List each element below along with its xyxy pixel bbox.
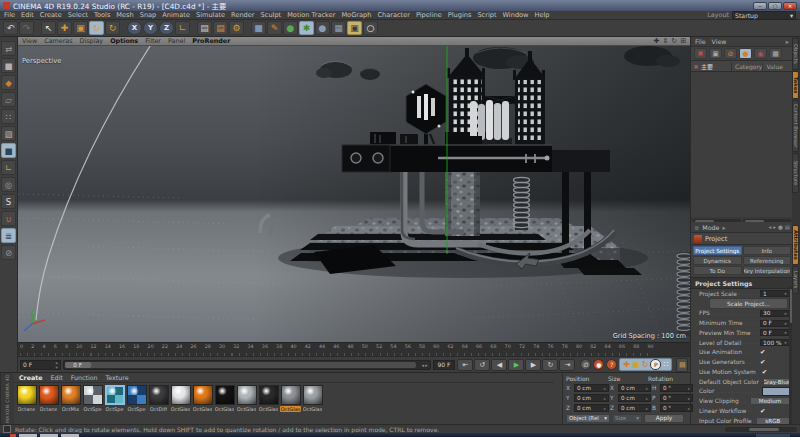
add-primitive-cube-icon[interactable]: ■ <box>251 21 266 35</box>
attr-tab-dynamics[interactable]: Dynamics <box>693 256 742 265</box>
material-menu-edit[interactable]: Edit <box>51 374 63 381</box>
panel-menu-more-icon[interactable]: ▸ <box>786 38 789 45</box>
spinner-icon[interactable]: ▸ <box>646 406 648 411</box>
viewport-canvas[interactable]: Perspective Grid Spacing : 100 cm <box>18 46 690 342</box>
side-tab-structure[interactable]: Structure <box>792 153 799 193</box>
lock-y-axis-icon[interactable]: Y <box>143 21 158 35</box>
play-backwards-button[interactable]: ↺ <box>474 359 490 371</box>
attr-tab-to-do[interactable]: To Do <box>693 266 742 275</box>
material-item[interactable]: OctGlas <box>236 385 257 412</box>
taskbar-window[interactable] <box>61 434 79 437</box>
material-menu-function[interactable]: Function <box>71 374 98 381</box>
viewport-menu-panel[interactable]: Panel <box>168 37 185 45</box>
viewport-menu-view[interactable]: View <box>22 37 37 45</box>
current-frame-field[interactable]: 0 F▴▾ <box>20 360 61 370</box>
menu-simulate[interactable]: Simulate <box>196 11 225 19</box>
add-spline-pen-icon[interactable]: ✎ <box>267 21 282 35</box>
menu-script[interactable]: Script <box>477 11 496 19</box>
material-menu-create[interactable]: Create <box>19 374 43 381</box>
attr-dropdown[interactable]: Gray-Blue <box>763 378 790 386</box>
keyframe-pla-toggle[interactable]: ∷ <box>663 361 668 369</box>
spinner-icon[interactable]: ▸ <box>785 330 787 335</box>
menu-character[interactable]: Character <box>377 11 410 19</box>
layout-select[interactable]: Startup▾ <box>732 11 796 20</box>
mode-menu[interactable]: Mode <box>702 224 719 231</box>
viewport-rotate-icon[interactable]: ↻ <box>671 37 677 45</box>
take-material-icon[interactable]: ● <box>739 48 752 59</box>
points-mode-icon[interactable]: ∷ <box>1 109 16 124</box>
viewport-zoom-icon[interactable]: ⇕ <box>662 37 668 45</box>
recent-tool-icon[interactable]: ↻ <box>105 21 120 35</box>
spinner-icon[interactable]: ▸ <box>688 406 690 411</box>
close-icon[interactable]: ✖ <box>691 63 701 70</box>
material-thumbnail[interactable] <box>303 385 323 405</box>
attr-field-value[interactable]: 1▸ <box>760 290 790 297</box>
history-back-icon[interactable]: ◂ <box>768 224 771 230</box>
record-keyframe-button[interactable]: ∅ <box>580 359 591 370</box>
material-thumbnail[interactable] <box>281 385 301 405</box>
make-editable-icon[interactable]: ⇄ <box>1 41 16 56</box>
add-environment-icon[interactable]: ● <box>315 21 330 35</box>
menu-plugins[interactable]: Plugins <box>448 11 472 19</box>
taskbar-window[interactable] <box>40 434 58 437</box>
spinner-icon[interactable]: ▸ <box>646 396 648 401</box>
taskbar-window[interactable] <box>19 434 37 437</box>
coordinate-system-icon[interactable]: ∟ <box>175 21 190 35</box>
lock-icon[interactable]: ▤ <box>785 224 790 230</box>
render-settings-icon[interactable]: ⚙ <box>229 21 244 35</box>
add-generator-icon[interactable]: ● <box>283 21 298 35</box>
hamburger-icon[interactable]: ≡ <box>694 224 699 231</box>
camera-label[interactable]: Perspective <box>22 57 61 65</box>
workplane-icon[interactable]: ≣ <box>1 228 16 243</box>
menu-help[interactable]: Help <box>535 11 550 19</box>
menu-mograph[interactable]: MoGraph <box>341 11 371 19</box>
checkbox-checked-icon[interactable]: ✔ <box>758 358 790 366</box>
maximize-button[interactable]: ▢ <box>768 2 782 10</box>
play-forwards-button[interactable]: ▶ <box>508 359 524 371</box>
spinner-icon[interactable]: ▸ <box>604 386 606 391</box>
attr-field-value[interactable]: 30▸ <box>760 310 790 317</box>
coordinate-mode-dropdown[interactable]: Object (Rel▾ <box>566 414 610 423</box>
menu-sculpt[interactable]: Sculpt <box>261 11 282 19</box>
spinner-icon[interactable]: ▸ <box>785 340 787 345</box>
checkbox-checked-icon[interactable]: ✔ <box>758 348 790 356</box>
material-thumbnail[interactable] <box>149 385 169 405</box>
viewport-solo-icon[interactable]: ◎ <box>1 177 16 192</box>
enable-snap-icon[interactable]: S <box>1 194 16 209</box>
keyframe-scale-toggle[interactable]: ▣ <box>632 361 640 369</box>
keyframe-rotation-toggle[interactable]: ↻ <box>642 361 649 369</box>
viewport-pan-icon[interactable]: ✚ <box>654 37 660 45</box>
viewport-menu-cameras[interactable]: Cameras <box>44 37 72 45</box>
checkbox-checked-icon[interactable]: ✔ <box>758 407 790 415</box>
menu-animate[interactable]: Animate <box>162 11 190 19</box>
apply-button[interactable]: Apply <box>644 414 684 423</box>
attr-field-value[interactable]: 0 F▸ <box>760 329 790 336</box>
side-tab-content-browser[interactable]: Content Browser <box>792 100 799 152</box>
loop-button[interactable]: ↻ <box>542 359 558 371</box>
checkbox-checked-icon[interactable]: ✔ <box>760 368 790 376</box>
scale-project-button[interactable]: Scale Project... <box>709 298 788 309</box>
add-deformer-icon[interactable]: ✱ <box>299 21 314 35</box>
magnet-snap-icon[interactable]: ∪ <box>1 211 16 226</box>
material-item[interactable]: OctGlas <box>192 385 213 412</box>
side-tab-objects[interactable]: Objects <box>792 38 799 70</box>
history-forward-icon[interactable]: ▸ <box>773 224 776 230</box>
menu-pipeline[interactable]: Pipeline <box>416 11 442 19</box>
coords-position-field[interactable]: 0 cm▸ <box>574 384 609 392</box>
coords-position-field[interactable]: 0 cm▸ <box>574 394 609 402</box>
material-thumbnail[interactable] <box>83 385 103 405</box>
color-swatch[interactable] <box>762 387 790 396</box>
rotate-tool-icon[interactable]: ↻ <box>89 21 104 35</box>
keyframe-options-button[interactable]: ? <box>606 359 617 370</box>
search-icon[interactable]: ● <box>778 224 783 230</box>
menu-edit[interactable]: Edit <box>21 11 34 19</box>
attr-field-value[interactable]: 100 %▸ <box>760 339 790 346</box>
material-item[interactable]: OctGlas <box>258 385 279 412</box>
material-item[interactable]: OctGlas <box>302 385 323 412</box>
viewport-menu-prorender[interactable]: ProRender <box>192 37 230 45</box>
menu-create[interactable]: Create <box>40 11 62 19</box>
take-row[interactable]: ✖ 主要 Category Value <box>691 61 793 72</box>
object-axis-mode-icon[interactable]: ∟ <box>1 160 16 175</box>
takes-menu-file[interactable]: File <box>695 38 706 45</box>
taskbar-app-icon[interactable] <box>10 434 16 437</box>
